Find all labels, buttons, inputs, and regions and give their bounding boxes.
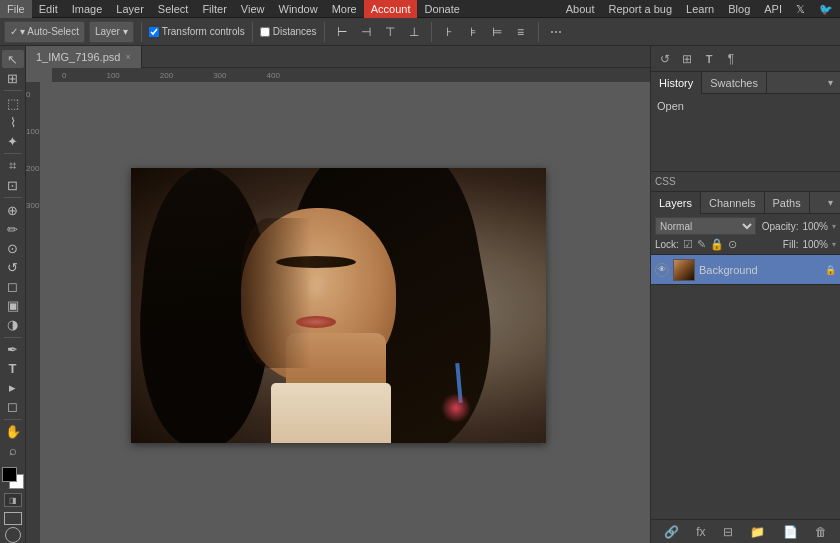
- document-tab[interactable]: 1_IMG_7196.psd ×: [26, 46, 142, 68]
- clone-tool[interactable]: ⊙: [2, 239, 24, 257]
- history-icon[interactable]: ↺: [655, 49, 675, 69]
- more-options-icon[interactable]: ⋯: [546, 22, 566, 42]
- menu-image[interactable]: Image: [65, 0, 110, 18]
- artboard-tool[interactable]: ⊞: [2, 69, 24, 87]
- wand-tool[interactable]: ✦: [2, 132, 24, 150]
- auto-select-btn[interactable]: ✓ ▾ Auto-Select: [4, 21, 85, 43]
- align-center-h-icon[interactable]: ⊣: [356, 22, 376, 42]
- new-layer-icon[interactable]: 📄: [783, 525, 798, 539]
- menu-file[interactable]: File: [0, 0, 32, 18]
- canvas-scroll[interactable]: 0 100 200 300 400 0 100 200 300: [26, 68, 650, 543]
- layer-list: 👁 Background 🔒: [651, 255, 840, 519]
- menu-edit[interactable]: Edit: [32, 0, 65, 18]
- fill-value: 100%: [802, 239, 828, 250]
- panel-menu-arrow[interactable]: ▾: [820, 72, 840, 94]
- quick-mask-icon[interactable]: ◨: [4, 493, 22, 507]
- align-mid-icon[interactable]: ⊧: [463, 22, 483, 42]
- delete-layer-icon[interactable]: 🗑: [815, 525, 827, 539]
- social-icon[interactable]: 🐦: [812, 0, 840, 18]
- crop-tool[interactable]: ⌗: [2, 157, 24, 175]
- separator: [324, 22, 325, 42]
- css-layers-area: CSS Layers Channels Paths ▾ Normal Opaci…: [651, 172, 840, 543]
- circle-frame-icon[interactable]: [5, 527, 21, 543]
- opacity-arrow[interactable]: ▾: [832, 222, 836, 231]
- close-tab-icon[interactable]: ×: [125, 52, 130, 62]
- adjustment-icon[interactable]: ⊞: [677, 49, 697, 69]
- paths-tab[interactable]: Paths: [765, 192, 810, 214]
- layer-select-btn[interactable]: Layer ▾: [89, 21, 134, 43]
- lasso-tool[interactable]: ⌇: [2, 113, 24, 131]
- path-select-tool[interactable]: ▸: [2, 379, 24, 397]
- tab-filename: 1_IMG_7196.psd: [36, 51, 120, 63]
- swatches-tab[interactable]: Swatches: [702, 72, 767, 94]
- add-mask-icon[interactable]: ⊟: [723, 525, 733, 539]
- menu-blog[interactable]: Blog: [721, 0, 757, 18]
- lock-position-icon[interactable]: ✎: [697, 238, 706, 251]
- pen-tool[interactable]: ✒: [2, 341, 24, 359]
- link-layers-icon[interactable]: 🔗: [664, 525, 679, 539]
- color-swatches: ◨: [2, 467, 24, 507]
- lock-all-icon[interactable]: ⊙: [728, 238, 737, 251]
- transform-controls-check[interactable]: Transform controls: [149, 26, 245, 37]
- menu-report[interactable]: Report a bug: [601, 0, 679, 18]
- layers-menu-arrow[interactable]: ▾: [820, 192, 840, 214]
- layer-row[interactable]: 👁 Background 🔒: [651, 255, 840, 285]
- lock-check-icon[interactable]: ☑: [683, 238, 693, 251]
- fill-arrow[interactable]: ▾: [832, 240, 836, 249]
- text-icon[interactable]: T: [699, 49, 719, 69]
- layer-visibility-icon[interactable]: 👁: [655, 263, 669, 277]
- type-tool[interactable]: T: [2, 360, 24, 378]
- menu-account[interactable]: Account: [364, 0, 418, 18]
- blend-mode-row: Normal Opacity: 100% ▾: [655, 217, 836, 235]
- menu-layer[interactable]: Layer: [109, 0, 151, 18]
- menu-about[interactable]: About: [559, 0, 602, 18]
- right-panel-icons: ↺ ⊞ T ¶: [651, 46, 840, 72]
- distribute-v-icon[interactable]: ≡: [511, 22, 531, 42]
- distribute-h-icon[interactable]: ⊥: [404, 22, 424, 42]
- foreground-color[interactable]: [2, 467, 24, 489]
- dodge-tool[interactable]: ◑: [2, 316, 24, 334]
- menu-more[interactable]: More: [325, 0, 364, 18]
- history-content: Open: [651, 94, 840, 171]
- menu-api[interactable]: API: [757, 0, 789, 18]
- heal-tool[interactable]: ⊕: [2, 201, 24, 219]
- tool-separator: [4, 197, 22, 198]
- new-group-icon[interactable]: 📁: [750, 525, 765, 539]
- shape-tool[interactable]: ◻: [2, 398, 24, 416]
- tab-bar: 1_IMG_7196.psd ×: [26, 46, 650, 68]
- canvas-area: 1_IMG_7196.psd × 0 100 200 300 400 0 100…: [26, 46, 650, 543]
- zoom-tool[interactable]: ⌕: [2, 442, 24, 460]
- menu-filter[interactable]: Filter: [195, 0, 233, 18]
- align-right-icon[interactable]: ⊤: [380, 22, 400, 42]
- history-item[interactable]: Open: [657, 98, 834, 114]
- menu-learn[interactable]: Learn: [679, 0, 721, 18]
- menu-select[interactable]: Select: [151, 0, 196, 18]
- marquee-tool[interactable]: ⬚: [2, 94, 24, 112]
- menu-donate[interactable]: Donate: [417, 0, 466, 18]
- gradient-tool[interactable]: ▣: [2, 297, 24, 315]
- distances-check[interactable]: Distances: [260, 26, 317, 37]
- eraser-tool[interactable]: ◻: [2, 278, 24, 296]
- separator: [141, 22, 142, 42]
- align-bottom-icon[interactable]: ⊨: [487, 22, 507, 42]
- menu-view[interactable]: View: [234, 0, 272, 18]
- lock-artboards-icon[interactable]: 🔒: [710, 238, 724, 251]
- frame-icon[interactable]: [4, 512, 22, 525]
- paragraph-icon[interactable]: ¶: [721, 49, 741, 69]
- twitter-icon[interactable]: 𝕏: [789, 0, 812, 18]
- channels-tab[interactable]: Channels: [701, 192, 764, 214]
- tools-panel: ↖ ⊞ ⬚ ⌇ ✦ ⌗ ⊡ ⊕ ✏ ⊙ ↺ ◻ ▣ ◑ ✒ T ▸ ◻ ✋ ⌕ …: [0, 46, 26, 543]
- layers-tab[interactable]: Layers: [651, 192, 701, 214]
- brush-tool[interactable]: ✏: [2, 220, 24, 238]
- align-left-icon[interactable]: ⊢: [332, 22, 352, 42]
- menu-bar: File Edit Image Layer Select Filter View…: [0, 0, 840, 18]
- add-style-icon[interactable]: fx: [696, 525, 705, 539]
- eyedropper-tool[interactable]: ⊡: [2, 176, 24, 194]
- move-tool[interactable]: ↖: [2, 50, 24, 68]
- align-top-icon[interactable]: ⊦: [439, 22, 459, 42]
- hand-tool[interactable]: ✋: [2, 423, 24, 441]
- blend-mode-select[interactable]: Normal: [655, 217, 756, 235]
- history-tab[interactable]: History: [651, 72, 702, 94]
- menu-window[interactable]: Window: [272, 0, 325, 18]
- history-brush-tool[interactable]: ↺: [2, 258, 24, 276]
